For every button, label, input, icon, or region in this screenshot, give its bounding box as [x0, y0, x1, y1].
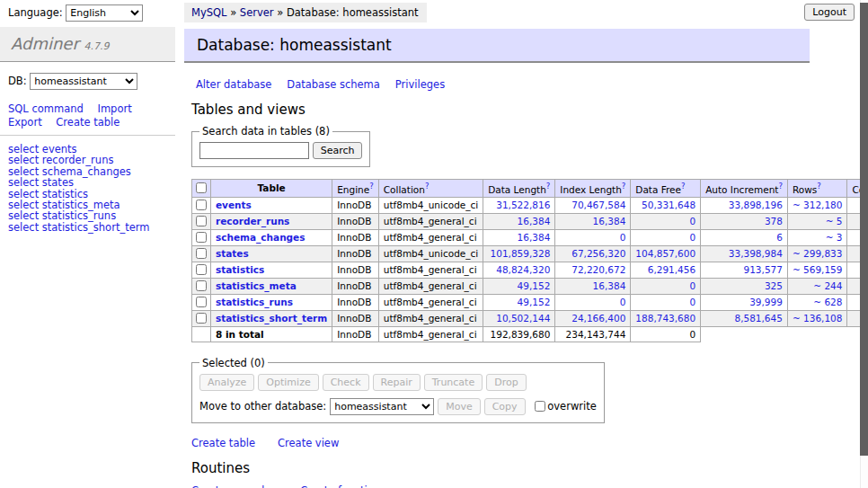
sidebar-link-import[interactable]: Import — [97, 102, 131, 115]
select-all-checkbox[interactable] — [196, 182, 207, 193]
table-link-statistics-short-term[interactable]: statistics_short_term — [216, 313, 327, 324]
data-free-link[interactable]: 0 — [689, 216, 695, 226]
auto-increment-link[interactable]: 33,898,196 — [729, 200, 783, 210]
help-link[interactable]: ? — [425, 182, 430, 191]
help-link[interactable]: ? — [546, 182, 551, 191]
move-button[interactable]: Move — [438, 398, 481, 415]
link-create-procedure[interactable]: Create procedure — [191, 484, 281, 488]
row-checkbox-events[interactable] — [196, 200, 207, 210]
rows-link[interactable]: ~ 569,159 — [793, 264, 843, 275]
row-checkbox-statistics-meta[interactable] — [196, 280, 207, 291]
auto-increment-link[interactable]: 8,581,645 — [734, 313, 782, 324]
search-button[interactable]: Search — [313, 142, 363, 159]
index-length-link[interactable]: 16,384 — [593, 216, 626, 226]
copy-button[interactable]: Copy — [484, 398, 526, 415]
rows-link[interactable]: ~ 136,108 — [793, 313, 843, 324]
help-link[interactable]: ? — [369, 182, 374, 191]
auto-increment-link[interactable]: 39,999 — [749, 297, 783, 307]
db-select[interactable]: homeassistant — [30, 73, 137, 90]
link-create-function[interactable]: Create function — [300, 484, 380, 488]
auto-increment-link[interactable]: 913,577 — [744, 264, 783, 275]
table-link-states[interactable]: states — [216, 248, 249, 259]
row-checkbox-states[interactable] — [196, 248, 207, 259]
link-create-view[interactable]: Create view — [278, 437, 339, 449]
link-alter-database[interactable]: Alter database — [196, 78, 271, 91]
data-length-link[interactable]: 16,384 — [518, 232, 551, 243]
table-link-events[interactable]: events — [216, 200, 252, 210]
data-free-link[interactable]: 50,331,648 — [642, 200, 695, 210]
row-checkbox-schema-changes[interactable] — [196, 232, 207, 243]
index-length-link[interactable]: 24,166,400 — [571, 313, 625, 324]
index-length-link[interactable]: 16,384 — [593, 280, 626, 291]
sidebar-link-create-table[interactable]: Create table — [56, 116, 120, 129]
rows-link[interactable]: ~ 244 — [813, 280, 842, 291]
repair-button[interactable]: Repair — [373, 374, 421, 391]
table-link-schema-changes[interactable]: schema_changes — [216, 232, 306, 243]
data-length-link[interactable]: 49,152 — [518, 297, 551, 307]
data-length-link[interactable]: 16,384 — [518, 216, 551, 226]
data-length-link[interactable]: 49,152 — [518, 280, 551, 291]
sidebar-link-sql-command[interactable]: SQL command — [8, 102, 84, 115]
page-title: Database: homeassistant — [184, 29, 810, 63]
data-free-link[interactable]: 104,857,600 — [635, 248, 695, 259]
drop-button[interactable]: Drop — [486, 374, 526, 391]
search-input[interactable] — [199, 142, 309, 159]
total-data-free: 0 — [631, 326, 701, 342]
data-length-link[interactable]: 48,824,320 — [496, 264, 550, 275]
auto-increment-link[interactable]: 6 — [776, 232, 783, 243]
move-db-select[interactable]: homeassistant — [330, 398, 434, 415]
scrollbar-thumb[interactable] — [860, 3, 868, 456]
row-checkbox-recorder-runs[interactable] — [196, 216, 207, 226]
help-link[interactable]: ? — [817, 182, 821, 191]
scrollbar[interactable] — [860, 0, 868, 488]
breadcrumb-link-server[interactable]: Server — [240, 6, 274, 19]
auto-increment-link[interactable]: 33,398,984 — [729, 248, 783, 259]
data-length-link[interactable]: 31,522,816 — [496, 200, 550, 210]
data-length-link[interactable]: 101,859,328 — [491, 248, 551, 259]
table-link-statistics-meta[interactable]: statistics_meta — [216, 280, 297, 291]
sidebar-link-export[interactable]: Export — [8, 116, 42, 129]
analyze-button[interactable]: Analyze — [199, 374, 254, 391]
breadcrumb-link-mysql[interactable]: MySQL — [191, 6, 227, 19]
help-link[interactable]: ? — [622, 182, 626, 191]
data-free-link[interactable]: 0 — [689, 280, 695, 291]
logout-button[interactable]: Logout — [804, 4, 855, 21]
truncate-button[interactable]: Truncate — [424, 374, 483, 391]
cell-index-length: 16,384 — [555, 278, 631, 294]
rows-link[interactable]: ~ 299,833 — [793, 248, 843, 259]
adminer-logo[interactable]: Adminer — [11, 34, 79, 53]
language-select[interactable]: English — [66, 4, 143, 22]
help-link[interactable]: ? — [778, 182, 783, 191]
help-link[interactable]: ? — [681, 182, 686, 191]
table-link-statistics[interactable]: statistics — [216, 264, 264, 275]
index-length-link[interactable]: 72,220,672 — [571, 264, 625, 275]
index-length-link[interactable]: 0 — [620, 232, 626, 243]
link-database-schema[interactable]: Database schema — [287, 78, 379, 91]
auto-increment-link[interactable]: 325 — [765, 280, 783, 291]
index-length-link[interactable]: 0 — [620, 297, 626, 307]
link-create-table[interactable]: Create table — [191, 437, 255, 449]
optimize-button[interactable]: Optimize — [258, 374, 318, 391]
row-checkbox-statistics-runs[interactable] — [196, 297, 207, 307]
row-checkbox-statistics[interactable] — [196, 264, 207, 275]
link-privileges[interactable]: Privileges — [395, 78, 445, 91]
rows-link[interactable]: ~ 628 — [813, 297, 842, 307]
data-length-link[interactable]: 10,502,144 — [496, 313, 550, 324]
cell-table-name: recorder_runs — [211, 213, 332, 229]
index-length-link[interactable]: 70,467,584 — [571, 200, 625, 210]
index-length-link[interactable]: 67,256,320 — [571, 248, 625, 259]
rows-link[interactable]: ~ 3 — [826, 232, 843, 243]
table-link-statistics-runs[interactable]: statistics_runs — [216, 297, 293, 307]
overwrite-checkbox[interactable] — [535, 401, 545, 412]
data-free-link[interactable]: 188,743,680 — [635, 313, 695, 324]
data-free-link[interactable]: 0 — [689, 232, 695, 243]
auto-increment-link[interactable]: 378 — [765, 216, 783, 226]
rows-link[interactable]: ~ 5 — [826, 216, 843, 226]
data-free-link[interactable]: 6,291,456 — [648, 264, 695, 275]
data-free-link[interactable]: 0 — [689, 297, 695, 307]
rows-link[interactable]: ~ 312,180 — [793, 200, 843, 210]
sidebar-item-select-statistics-short-term[interactable]: select statistics_short_term — [8, 221, 149, 234]
check-button[interactable]: Check — [323, 374, 369, 391]
row-checkbox-statistics-short-term[interactable] — [196, 313, 207, 324]
table-link-recorder-runs[interactable]: recorder_runs — [216, 216, 289, 226]
